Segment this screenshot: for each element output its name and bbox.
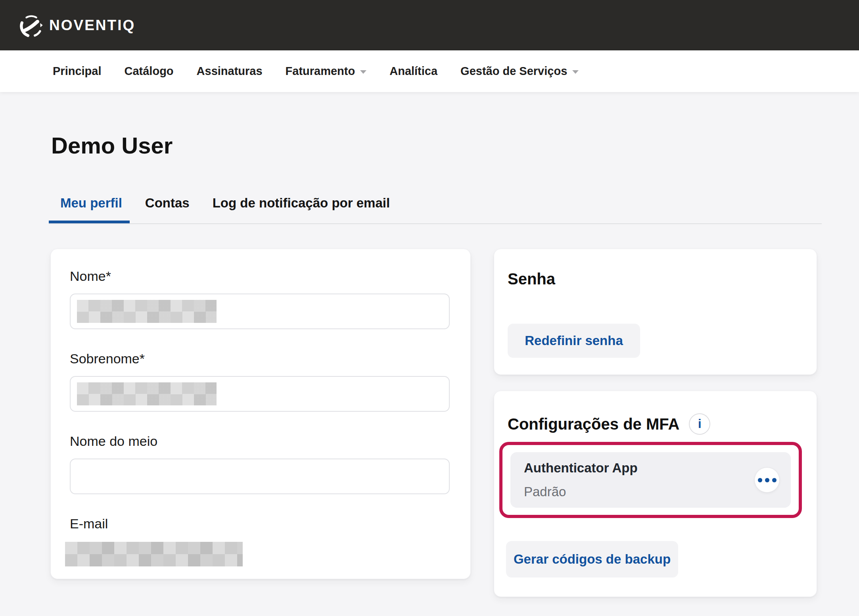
redacted-value <box>77 300 217 323</box>
tab-contas[interactable]: Contas <box>134 194 201 212</box>
logo-wordmark: NOVENTIQ <box>49 17 135 34</box>
nav-item-catalogo[interactable]: Catálogo <box>125 65 174 78</box>
nav-item-faturamento[interactable]: Faturamento <box>286 65 367 78</box>
nav-item-label: Assinaturas <box>197 65 263 78</box>
ellipsis-icon <box>772 478 777 482</box>
main-nav: Principal Catálogo Assinaturas Faturamen… <box>0 50 859 92</box>
field-label-nome: Nome* <box>70 268 451 284</box>
noventiq-logo-icon <box>19 12 45 38</box>
field-email: E-mail <box>70 516 451 566</box>
tab-log-notificacao-email[interactable]: Log de notificação por email <box>201 194 401 212</box>
ellipsis-icon <box>758 478 762 482</box>
profile-card: Nome* Sobrenome* Nome do meio E-mail <box>50 249 471 579</box>
field-nome-do-meio: Nome do meio <box>70 433 451 494</box>
nome-do-meio-input[interactable] <box>70 459 450 494</box>
mfa-method-menu-button[interactable] <box>754 467 780 493</box>
mfa-card-title: Configurações de MFA <box>508 415 679 433</box>
page-title: Demo User <box>51 133 173 158</box>
field-sobrenome: Sobrenome* <box>70 351 451 412</box>
nav-item-principal[interactable]: Principal <box>53 65 102 78</box>
password-card: Senha Redefinir senha <box>494 249 817 375</box>
mfa-card: Configurações de MFA i Authenticator App… <box>494 391 817 597</box>
field-nome: Nome* <box>70 268 451 329</box>
nav-item-label: Faturamento <box>286 65 355 78</box>
noventiq-logo[interactable]: NOVENTIQ <box>19 12 135 38</box>
tab-bar: Meu perfil Contas Log de notificação por… <box>49 194 401 212</box>
chevron-down-icon <box>360 70 366 74</box>
mfa-method-item: Authenticator App Padrão <box>510 452 791 508</box>
nav-item-label: Principal <box>53 65 102 78</box>
mfa-card-header: Configurações de MFA i <box>508 413 817 435</box>
redacted-email-value <box>65 542 243 566</box>
field-label-sobrenome: Sobrenome* <box>70 351 451 367</box>
nav-item-label: Gestão de Serviços <box>460 65 567 78</box>
generate-backup-codes-button[interactable]: Gerar códigos de backup <box>506 541 678 578</box>
info-icon[interactable]: i <box>689 413 710 435</box>
nav-item-analitica[interactable]: Analítica <box>389 65 437 78</box>
mfa-method-status: Padrão <box>524 484 638 500</box>
nav-item-gestao-de-servicos[interactable]: Gestão de Serviços <box>460 65 579 78</box>
password-card-title: Senha <box>508 270 817 288</box>
active-tab-indicator <box>49 221 130 223</box>
nav-item-label: Analítica <box>389 65 437 78</box>
nome-input[interactable] <box>70 294 450 329</box>
profile-page: NOVENTIQ Principal Catálogo Assinaturas … <box>0 0 859 616</box>
mfa-method-highlight-annotation: Authenticator App Padrão <box>499 442 802 518</box>
nav-item-label: Catálogo <box>125 65 174 78</box>
tab-divider <box>49 223 822 224</box>
reset-password-button[interactable]: Redefinir senha <box>508 324 640 358</box>
ellipsis-icon <box>765 478 769 482</box>
mfa-method-name: Authenticator App <box>524 460 638 476</box>
sobrenome-input[interactable] <box>70 376 450 412</box>
field-label-nome-do-meio: Nome do meio <box>70 433 451 449</box>
chevron-down-icon <box>572 70 579 74</box>
nav-item-assinaturas[interactable]: Assinaturas <box>197 65 263 78</box>
field-label-email: E-mail <box>70 516 451 532</box>
tab-meu-perfil[interactable]: Meu perfil <box>49 194 134 212</box>
mfa-method-text: Authenticator App Padrão <box>524 460 638 500</box>
redacted-value <box>77 382 217 405</box>
app-header: NOVENTIQ <box>0 0 859 50</box>
